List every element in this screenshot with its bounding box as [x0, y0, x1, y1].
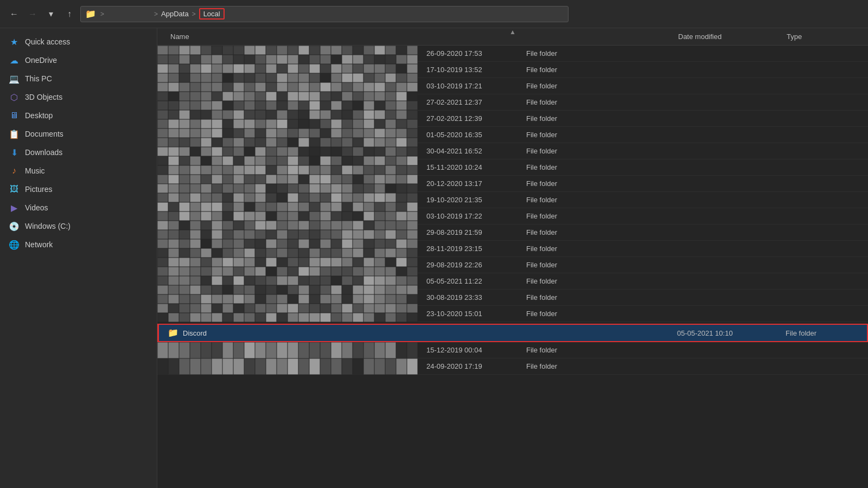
sidebar-label-network: Network	[25, 240, 53, 249]
file-type: File folder	[526, 346, 608, 354]
file-type: File folder	[526, 131, 608, 139]
file-type: File folder	[526, 163, 608, 171]
file-type: File folder	[526, 147, 608, 155]
sidebar-item-onedrive[interactable]: ☁ OneDrive	[0, 51, 157, 69]
sidebar-item-videos[interactable]: ▶ Videos	[0, 198, 157, 217]
sidebar-item-network[interactable]: 🌐 Network	[0, 235, 157, 254]
table-row[interactable]: 27-02-2021 12:37File folder	[418, 94, 868, 111]
folder-icon: 📁	[85, 9, 96, 19]
table-row[interactable]: 30-04-2021 16:52File folder	[418, 143, 868, 159]
up-button[interactable]: ↑	[62, 7, 77, 22]
file-date: 03-10-2019 17:21	[418, 82, 526, 90]
table-row[interactable]: 26-09-2020 17:53File folder	[418, 46, 868, 62]
sidebar-item-windows-c[interactable]: 💿 Windows (C:)	[0, 217, 157, 235]
file-date: 15-11-2020 10:24	[418, 163, 526, 171]
file-date: 20-12-2020 13:17	[418, 179, 526, 188]
file-date: 29-08-2019 21:59	[418, 228, 526, 236]
sidebar-item-3d-objects[interactable]: ⬡ 3D Objects	[0, 88, 157, 106]
mosaic-canvas	[157, 46, 418, 322]
breadcrumb-appdata[interactable]: AppData	[161, 10, 189, 18]
sidebar-item-desktop[interactable]: 🖥 Desktop	[0, 106, 157, 125]
sidebar-label-desktop: Desktop	[25, 111, 53, 120]
breadcrumb-sep-3: >	[192, 10, 196, 18]
file-date: 03-10-2019 17:22	[418, 212, 526, 220]
file-type: File folder	[526, 66, 608, 74]
sidebar-item-downloads[interactable]: ⬇ Downloads	[0, 143, 157, 162]
table-row[interactable]: 15-11-2020 10:24File folder	[418, 159, 868, 176]
table-row[interactable]: 03-10-2019 17:22File folder	[418, 208, 868, 224]
file-type: File folder	[526, 362, 608, 370]
icon-quick-access: ★	[9, 36, 20, 47]
file-type: File folder	[526, 261, 608, 269]
table-row[interactable]: 20-12-2020 13:17File folder	[418, 176, 868, 192]
file-type: File folder	[526, 228, 608, 236]
table-row[interactable]: 01-05-2020 16:35File folder	[418, 127, 868, 143]
icon-downloads: ⬇	[9, 147, 20, 158]
breadcrumb-input[interactable]	[107, 10, 151, 18]
file-list[interactable]: 26-09-2020 17:53File folder17-10-2019 13…	[157, 46, 868, 488]
dates-right-col: 26-09-2020 17:53File folder17-10-2019 13…	[418, 46, 868, 324]
file-date: 30-08-2019 23:33	[418, 293, 526, 301]
file-header: ▲ Name Date modified Type	[157, 28, 868, 46]
file-type: File folder	[526, 293, 608, 301]
icon-pictures: 🖼	[9, 184, 20, 195]
file-area: ▲ Name Date modified Type 26-09-2020 17:…	[157, 28, 868, 488]
table-row[interactable]: 24-09-2020 17:19File folder	[157, 358, 868, 375]
table-row[interactable]: 28-11-2019 23:15File folder	[418, 241, 868, 257]
sidebar-label-quick-access: Quick access	[25, 37, 70, 46]
content-area: ★ Quick access ☁ OneDrive 💻 This PC ⬡ 3D…	[0, 28, 868, 488]
file-date: 15-12-2019 00:04	[418, 346, 526, 354]
breadcrumb-local[interactable]: Local	[199, 8, 225, 20]
back-button[interactable]: ←	[7, 7, 22, 22]
icon-this-pc: 💻	[9, 73, 20, 84]
file-type: File folder	[526, 82, 608, 90]
table-row[interactable]: 17-10-2019 13:52File folder	[418, 62, 868, 78]
sidebar-item-music[interactable]: ♪ Music	[0, 162, 157, 180]
file-type: File folder	[526, 245, 608, 253]
col-header-date[interactable]: Date modified	[678, 33, 787, 41]
table-row[interactable]: 29-08-2019 22:26File folder	[418, 257, 868, 273]
file-date: 26-09-2020 17:53	[418, 49, 526, 57]
file-type: File folder	[526, 310, 608, 318]
sidebar-item-documents[interactable]: 📋 Documents	[0, 125, 157, 143]
table-row[interactable]: 19-10-2020 21:35File folder	[418, 192, 868, 208]
scroll-up-button[interactable]: ▲	[509, 28, 516, 36]
discord-file-name: Discord	[183, 329, 677, 337]
table-row[interactable]: 15-12-2019 00:04File folder	[157, 342, 868, 358]
discord-file-type: File folder	[786, 329, 867, 337]
file-type: File folder	[526, 179, 608, 188]
icon-desktop: 🖥	[9, 110, 20, 121]
file-type: File folder	[526, 98, 608, 106]
file-date: 29-08-2019 22:26	[418, 261, 526, 269]
folder-icon-discord: 📁	[168, 328, 178, 338]
table-row[interactable]: 29-08-2019 21:59File folder	[418, 224, 868, 241]
breadcrumb-sep-1: >	[100, 10, 104, 18]
icon-music: ♪	[9, 165, 20, 176]
address-bar[interactable]: 📁 > > AppData > Local	[80, 6, 569, 22]
sidebar-item-this-pc[interactable]: 💻 This PC	[0, 69, 157, 88]
file-date: 27-02-2021 12:37	[418, 98, 526, 106]
sidebar-item-quick-access[interactable]: ★ Quick access	[0, 33, 157, 51]
forward-button[interactable]: →	[25, 7, 40, 22]
table-row[interactable]: 03-10-2019 17:21File folder	[418, 78, 868, 94]
selected-file-row[interactable]: 📁 Discord 05-05-2021 10:10 File folder	[157, 324, 868, 342]
sidebar-item-pictures[interactable]: 🖼 Pictures	[0, 180, 157, 198]
discord-file-date: 05-05-2021 10:10	[677, 329, 786, 337]
table-row[interactable]: 30-08-2019 23:33File folder	[418, 290, 868, 306]
col-header-type[interactable]: Type	[787, 33, 868, 41]
file-type: File folder	[526, 114, 608, 123]
col-header-name[interactable]: Name	[166, 33, 678, 41]
table-row[interactable]: 27-02-2021 12:39File folder	[418, 111, 868, 127]
icon-3d-objects: ⬡	[9, 92, 20, 102]
file-type: File folder	[526, 196, 608, 204]
table-row[interactable]: 23-10-2020 15:01File folder	[418, 306, 868, 322]
dropdown-button[interactable]: ▾	[43, 7, 59, 22]
mini-mosaic-canvas	[157, 342, 418, 358]
file-date: 30-04-2021 16:52	[418, 147, 526, 155]
table-row[interactable]: 05-05-2021 11:22File folder	[418, 273, 868, 290]
file-date: 17-10-2019 13:52	[418, 66, 526, 74]
mini-mosaic-canvas	[157, 358, 418, 375]
file-type: File folder	[526, 212, 608, 220]
sidebar-label-windows-c: Windows (C:)	[25, 222, 71, 230]
sidebar-label-pictures: Pictures	[25, 185, 53, 194]
